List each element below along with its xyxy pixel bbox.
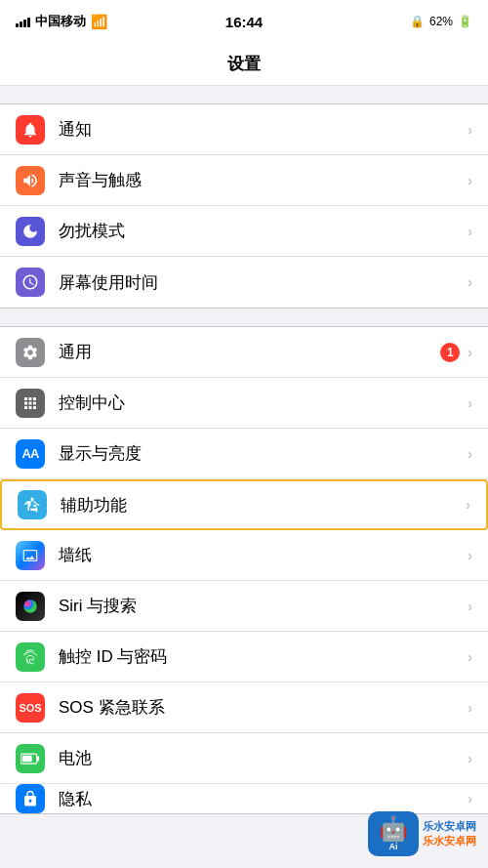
screentime-icon xyxy=(16,268,45,297)
watermark-top: 乐水安卓网 xyxy=(423,819,476,834)
sounds-icon xyxy=(16,166,45,195)
nav-header: 设置 xyxy=(0,43,488,86)
notifications-label: 通知 xyxy=(59,118,468,141)
accessibility-chevron: › xyxy=(466,497,470,513)
display-icon: AA xyxy=(16,439,45,469)
general-icon xyxy=(16,338,45,367)
settings-item-wallpaper[interactable]: 墙纸 › xyxy=(0,530,488,581)
watermark: 🤖 Ai 乐水安卓网 乐水安卓网 xyxy=(368,811,476,856)
watermark-logo: 🤖 Ai xyxy=(368,811,419,856)
wallpaper-label: 墙纸 xyxy=(59,544,468,566)
screentime-chevron: › xyxy=(468,274,472,290)
settings-group-1: 通知 › 声音与触感 › 勿扰模式 › xyxy=(0,103,488,309)
signal-bar-2 xyxy=(20,21,22,27)
settings-item-sounds[interactable]: 声音与触感 › xyxy=(0,155,488,206)
battery-label: 电池 xyxy=(59,747,468,769)
settings-item-controlcenter[interactable]: 控制中心 › xyxy=(0,378,488,429)
siri-icon xyxy=(16,592,45,621)
settings-item-notifications[interactable]: 通知 › xyxy=(0,104,488,155)
battery-chevron: › xyxy=(468,751,472,766)
battery-icon xyxy=(16,744,45,773)
controlcenter-label: 控制中心 xyxy=(59,392,468,414)
settings-item-sos[interactable]: SOS SOS 紧急联系 › xyxy=(0,682,488,733)
notifications-chevron: › xyxy=(468,122,472,138)
wifi-icon: 📶 xyxy=(91,14,107,29)
privacy-icon xyxy=(16,784,45,813)
sounds-chevron: › xyxy=(468,173,472,188)
sos-icon: SOS xyxy=(16,693,45,723)
accessibility-icon xyxy=(18,490,47,519)
svg-rect-3 xyxy=(22,755,32,762)
settings-item-dnd[interactable]: 勿扰模式 › xyxy=(0,206,488,257)
signal-bar-4 xyxy=(27,18,30,27)
privacy-label: 隐私 xyxy=(59,788,468,810)
section-1: 通知 › 声音与触感 › 勿扰模式 › xyxy=(0,103,488,309)
wallpaper-icon xyxy=(16,541,45,570)
svg-point-1 xyxy=(23,599,37,613)
settings-item-siri[interactable]: Siri 与搜索 › xyxy=(0,581,488,632)
sos-chevron: › xyxy=(468,700,472,716)
controlcenter-chevron: › xyxy=(468,395,472,411)
general-label: 通用 xyxy=(59,341,440,363)
display-chevron: › xyxy=(468,446,472,462)
signal-bar-3 xyxy=(23,20,26,27)
siri-label: Siri 与搜索 xyxy=(59,595,468,617)
status-time: 16:44 xyxy=(225,14,263,30)
dnd-icon xyxy=(16,217,45,246)
settings-group-2: 通用 1 › 控制中心 › AA 显示与亮度 › xyxy=(0,326,488,814)
settings-item-general[interactable]: 通用 1 › xyxy=(0,327,488,378)
status-right: 🔒 62% 🔋 xyxy=(410,15,472,28)
dnd-label: 勿扰模式 xyxy=(59,220,468,242)
status-bar: 中国移动 📶 16:44 🔒 62% 🔋 xyxy=(0,0,488,43)
section-2: 通用 1 › 控制中心 › AA 显示与亮度 › xyxy=(0,326,488,814)
svg-rect-4 xyxy=(37,756,40,761)
wallpaper-chevron: › xyxy=(468,548,472,563)
signal-bar-1 xyxy=(16,23,19,27)
status-left: 中国移动 📶 xyxy=(16,13,107,30)
notifications-icon xyxy=(16,115,45,145)
settings-item-accessibility[interactable]: 辅助功能 › xyxy=(0,479,488,530)
screentime-label: 屏幕使用时间 xyxy=(59,271,468,294)
carrier-name: 中国移动 xyxy=(35,13,86,30)
watermark-text: 乐水安卓网 乐水安卓网 xyxy=(423,819,476,848)
siri-chevron: › xyxy=(468,599,472,614)
settings-item-touchid[interactable]: 触控 ID 与密码 › xyxy=(0,632,488,682)
settings-item-privacy[interactable]: 隐私 › xyxy=(0,784,488,813)
accessibility-label: 辅助功能 xyxy=(61,494,466,517)
page-title: 设置 xyxy=(227,53,261,75)
signal-bars xyxy=(16,16,30,27)
general-badge: 1 xyxy=(440,343,460,362)
sounds-label: 声音与触感 xyxy=(59,169,468,191)
touchid-icon xyxy=(16,642,45,672)
settings-item-display[interactable]: AA 显示与亮度 › xyxy=(0,429,488,479)
touchid-chevron: › xyxy=(468,649,472,665)
settings-item-screentime[interactable]: 屏幕使用时间 › xyxy=(0,257,488,308)
general-chevron: › xyxy=(468,345,472,360)
controlcenter-icon xyxy=(16,389,45,418)
battery-icon: 🔋 xyxy=(458,15,472,28)
touchid-label: 触控 ID 与密码 xyxy=(59,645,468,668)
dnd-chevron: › xyxy=(468,224,472,239)
settings-item-battery[interactable]: 电池 › xyxy=(0,733,488,784)
battery-percent: 62% xyxy=(429,15,453,28)
watermark-bottom: 乐水安卓网 xyxy=(423,834,476,848)
display-label: 显示与亮度 xyxy=(59,442,468,465)
watermark-ai-text: Ai xyxy=(389,842,398,851)
sos-label: SOS 紧急联系 xyxy=(59,696,468,719)
watermark-robot-emoji: 🤖 xyxy=(379,817,408,841)
lock-icon: 🔒 xyxy=(410,15,425,28)
privacy-chevron: › xyxy=(468,791,472,806)
